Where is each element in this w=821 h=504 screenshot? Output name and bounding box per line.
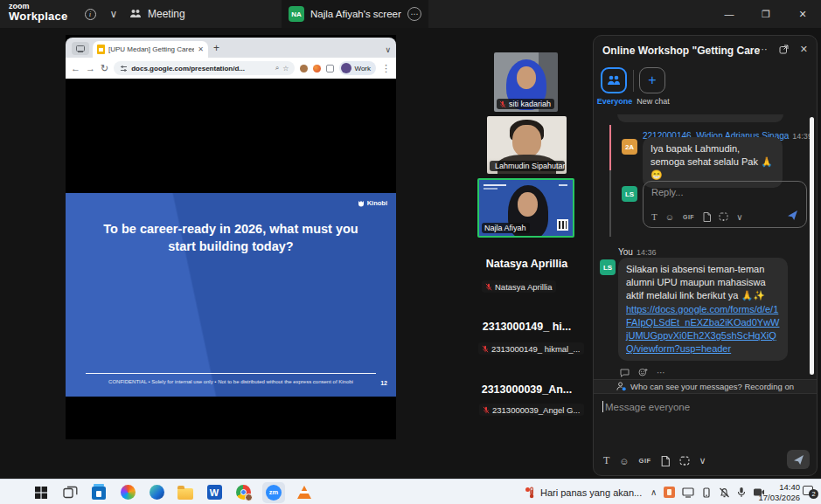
chat-tabs: + Everyone New chat — [594, 64, 817, 114]
notification-center-button[interactable]: 2 — [803, 485, 816, 497]
reload-icon[interactable]: ↻ — [101, 63, 108, 74]
gif-icon[interactable]: GIF — [639, 457, 651, 465]
browser-tab-active[interactable]: [UPU Medan] Getting Career ✕ — [93, 41, 208, 58]
extension-icon-1[interactable] — [300, 65, 308, 72]
attach-file-icon[interactable] — [703, 212, 711, 222]
extension-icon-2[interactable] — [313, 65, 321, 72]
extension-icon-3[interactable] — [326, 65, 334, 72]
browser-tab-strip: [UPU Medan] Getting Career ✕ + ∨ — [66, 38, 396, 58]
tab-search-button[interactable] — [72, 42, 89, 55]
video-tile-lahmudin[interactable]: Lahmudin Sipahutar . — [487, 116, 567, 174]
tab-najla-screen[interactable]: NA Najla Afiyah's screen ⋯ — [282, 0, 428, 28]
chrome-button[interactable] — [233, 483, 253, 502]
chat-messages[interactable]: 2212000146_Widion Adrianus Sinaga14:39 2… — [594, 114, 817, 379]
participant-face — [512, 125, 541, 157]
bell-off-icon[interactable] — [719, 487, 730, 498]
zoom-page-icon[interactable]: ⌕ — [275, 64, 279, 72]
forward-icon[interactable]: → — [86, 63, 95, 73]
info-button[interactable]: i — [77, 0, 103, 28]
new-tab-button[interactable]: + — [213, 42, 219, 54]
send-button[interactable] — [787, 450, 810, 469]
phone-link-icon[interactable] — [701, 487, 712, 498]
avatar: LS — [622, 186, 637, 202]
profile-avatar — [341, 63, 351, 73]
thread-line — [609, 125, 611, 237]
browser-profile-chip[interactable]: Work — [339, 61, 376, 75]
microphone-icon[interactable] — [737, 487, 746, 498]
info-icon: i — [85, 9, 96, 20]
chevron-down-icon[interactable]: ∨ — [103, 0, 124, 28]
format-text-icon[interactable]: T — [651, 211, 657, 222]
vlc-button[interactable] — [295, 483, 314, 502]
chevron-down-icon[interactable]: ∨ — [699, 455, 706, 466]
edge-button[interactable] — [147, 483, 166, 502]
task-view-button[interactable] — [60, 483, 80, 502]
tab-meeting[interactable]: Meeting — [129, 0, 185, 28]
participant-display-name: 2313000149_ hi... — [477, 321, 577, 333]
browser-chevron-icon[interactable]: ∨ — [385, 45, 391, 54]
add-reaction-icon[interactable] — [638, 368, 648, 377]
word-button[interactable]: W — [205, 483, 224, 502]
copilot-button[interactable] — [118, 483, 137, 502]
people-icon — [129, 9, 142, 19]
text-caret — [602, 401, 603, 412]
screenshot-icon[interactable] — [679, 456, 690, 466]
display-icon[interactable] — [682, 487, 694, 498]
browser-menu-icon[interactable]: ⋮ — [381, 63, 391, 74]
attach-file-icon[interactable] — [661, 456, 670, 466]
taskbar-app-icons: W zm — [31, 480, 314, 504]
video-tile-najla-active-speaker[interactable]: Najla Afiyah — [477, 178, 574, 238]
tab-close-icon[interactable]: ✕ — [198, 45, 204, 53]
quote-reply-icon[interactable] — [620, 369, 630, 377]
new-chat-button[interactable]: + — [639, 67, 665, 93]
slide-footer: CONFIDENTIAL • Solely for internal use o… — [66, 379, 396, 384]
close-button[interactable]: ✕ — [784, 0, 821, 28]
chat-close-icon[interactable]: ✕ — [800, 44, 808, 55]
tray-app-icon[interactable] — [664, 487, 675, 498]
emoji-icon[interactable]: ☺ — [619, 456, 629, 466]
compose-placeholder: Message everyone — [602, 401, 690, 412]
file-explorer-button[interactable] — [176, 483, 195, 502]
tab-options-icon[interactable]: ⋯ — [407, 7, 421, 21]
compose-area[interactable]: Message everyone T ☺ GIF ∨ — [594, 394, 817, 476]
pop-out-icon[interactable] — [779, 45, 789, 54]
bookmark-star-icon[interactable]: ☆ — [282, 65, 289, 72]
message-bubble[interactable]: Silakan isi absensi teman-teman alumni U… — [618, 258, 788, 361]
tab-everyone[interactable] — [601, 67, 627, 93]
chat-more-icon[interactable]: ⋯ — [758, 44, 768, 55]
zoom-app-button-active[interactable]: zm — [262, 482, 285, 503]
edge-icon — [150, 485, 164, 500]
hidden-icons-chevron[interactable]: ∧ — [651, 487, 657, 497]
microsoft-store-button[interactable] — [89, 483, 108, 502]
video-tile-siti[interactable]: siti kadariah — [494, 52, 558, 112]
maximize-button[interactable]: ❐ — [748, 0, 784, 28]
store-icon — [92, 487, 106, 500]
back-icon[interactable]: ← — [71, 63, 80, 73]
message-link[interactable]: https://docs.google.com/forms/d/e/1FAIpQ… — [626, 303, 780, 356]
reply-input[interactable]: Reply... T ☺ GIF ∨ — [643, 181, 807, 228]
screenshot-icon[interactable] — [719, 212, 728, 221]
clock-time: 14:40 — [746, 482, 800, 493]
message-bubble[interactable]: Iya bapak Lahmudin, semoga sehat selalu … — [643, 137, 783, 188]
start-button[interactable] — [31, 483, 51, 502]
partial-message-bubble — [617, 114, 783, 122]
taskbar-clock[interactable]: 14:40 17/03/2026 — [746, 482, 800, 503]
minimize-button[interactable]: — — [711, 0, 748, 28]
privacy-notice[interactable]: Who can see your messages? Recording on — [594, 379, 817, 394]
chevron-down-icon[interactable]: ∨ — [736, 212, 742, 222]
windows-icon — [34, 486, 48, 500]
mini-slide-line — [484, 184, 506, 186]
mic-muted-icon — [485, 283, 492, 291]
taskbar-weather[interactable]: Hari panas yang akan... — [525, 480, 642, 504]
address-bar[interactable]: docs.google.com/presentation/d... ⌕ ☆ — [114, 61, 295, 75]
compose-toolbar: T ☺ GIF ∨ — [603, 454, 706, 467]
emoji-icon[interactable]: ☺ — [665, 212, 674, 222]
chat-scrollbar[interactable] — [810, 117, 814, 375]
window-controls: — ❐ ✕ — [711, 0, 821, 28]
avatar: LS — [600, 259, 616, 275]
more-actions-icon[interactable]: ⋯ — [657, 368, 665, 377]
reply-placeholder: Reply... — [651, 187, 683, 197]
gif-icon[interactable]: GIF — [682, 213, 695, 221]
format-text-icon[interactable]: T — [603, 454, 609, 467]
send-icon[interactable] — [787, 210, 798, 221]
